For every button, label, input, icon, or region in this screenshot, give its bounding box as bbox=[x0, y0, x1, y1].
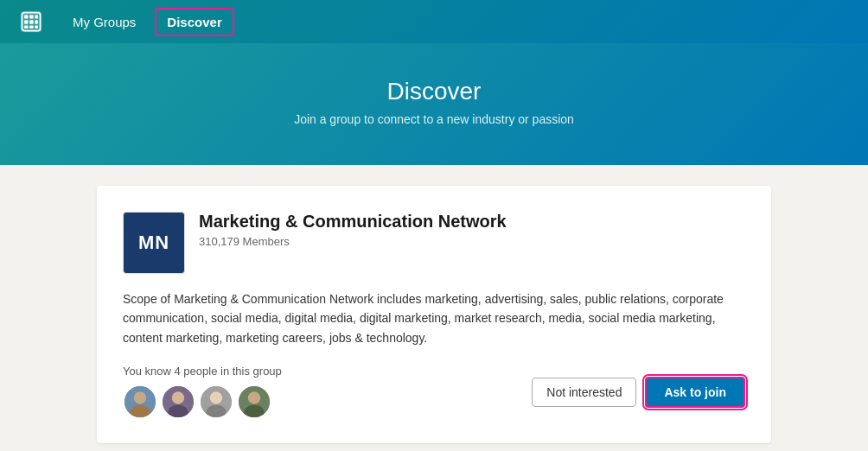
group-members: 310,179 Members bbox=[199, 235, 745, 248]
group-footer: You know 4 people in this group bbox=[123, 365, 745, 419]
not-interested-button[interactable]: Not interested bbox=[532, 378, 636, 407]
svg-rect-9 bbox=[29, 25, 33, 29]
nav-discover-link[interactable]: Discover bbox=[155, 8, 233, 36]
group-card: MN Marketing & Communication Network 310… bbox=[97, 186, 771, 443]
avatar bbox=[237, 384, 271, 419]
nav-mygroups-link[interactable]: My Groups bbox=[62, 8, 146, 36]
svg-rect-4 bbox=[35, 15, 38, 18]
group-footer-left: You know 4 people in this group bbox=[123, 365, 282, 419]
svg-rect-8 bbox=[24, 25, 28, 29]
ask-to-join-button[interactable]: Ask to join bbox=[645, 377, 745, 408]
nav-bar: My Groups Discover bbox=[0, 0, 868, 43]
hero-section: Discover Join a group to connect to a ne… bbox=[0, 43, 868, 165]
avatar bbox=[123, 384, 157, 419]
group-logo-text: MN bbox=[138, 232, 169, 254]
group-name: Marketing & Communication Network bbox=[199, 212, 745, 232]
hero-title: Discover bbox=[0, 78, 868, 105]
group-actions: Not interested Ask to join bbox=[532, 377, 745, 408]
hero-subtitle: Join a group to connect to a new industr… bbox=[0, 112, 868, 126]
svg-point-18 bbox=[210, 391, 222, 403]
people-label: You know 4 people in this group bbox=[123, 365, 282, 378]
svg-rect-3 bbox=[29, 15, 33, 18]
svg-point-21 bbox=[248, 391, 260, 403]
svg-rect-5 bbox=[24, 20, 28, 23]
group-description: Scope of Marketing & Communication Netwo… bbox=[123, 289, 745, 347]
avatar bbox=[199, 384, 233, 419]
group-header: MN Marketing & Communication Network 310… bbox=[123, 212, 745, 274]
svg-rect-6 bbox=[29, 20, 33, 23]
svg-rect-2 bbox=[24, 15, 28, 18]
svg-rect-7 bbox=[35, 20, 38, 23]
group-logo: MN bbox=[123, 212, 185, 274]
svg-rect-10 bbox=[35, 25, 38, 29]
avatar-list bbox=[123, 384, 282, 419]
svg-point-15 bbox=[172, 391, 184, 403]
svg-point-12 bbox=[134, 391, 146, 403]
group-info: Marketing & Communication Network 310,17… bbox=[199, 212, 745, 248]
avatar bbox=[161, 384, 195, 419]
linkedin-logo bbox=[17, 8, 45, 35]
